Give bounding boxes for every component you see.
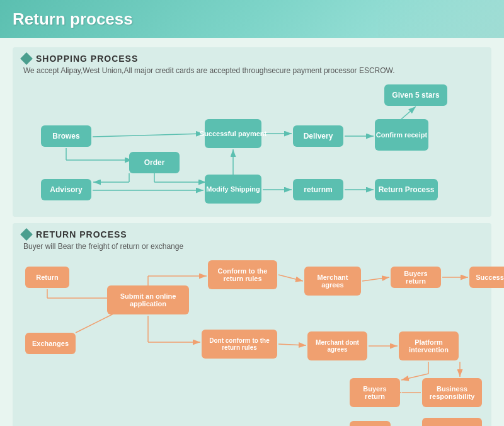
return-section-header: RETURN PROCESS [22, 229, 482, 239]
return-diagram: Return Submit an online application Exch… [22, 257, 482, 426]
diamond-icon-return [20, 228, 33, 241]
box-merchant-dont: Merchant dont agrees [307, 331, 367, 360]
box-business-responsibility: Business responsibility [422, 378, 482, 407]
box-buyers-responsibility: Buyers responsibility [422, 418, 482, 426]
svg-line-1 [93, 134, 203, 137]
return-section-title: RETURN PROCESS [36, 229, 127, 239]
svg-line-27 [278, 344, 306, 345]
box-browes: Browes [41, 125, 91, 147]
diamond-icon-shopping [20, 52, 33, 65]
box-advisory: Advisory [41, 179, 91, 200]
box-return-process: Return Process [375, 179, 438, 200]
header-banner: Return process [0, 0, 504, 38]
shopping-diagram: Browes Order Advisory Successful payment… [22, 81, 482, 207]
box-exchanges: Exchanges [25, 333, 76, 354]
box-conform-rules: Conform to the return rules [208, 260, 277, 289]
box-order: Order [129, 152, 180, 173]
box-failure: Failure [350, 421, 391, 426]
svg-line-12 [401, 106, 416, 119]
box-given-5-stars: Given 5 stars [384, 84, 447, 106]
box-buyers-return: Buyers return [391, 267, 441, 288]
box-return: Return [25, 267, 69, 288]
box-platform-intervention: Platform intervention [399, 331, 459, 360]
box-dont-conform: Dont conform to the return rules [202, 330, 277, 359]
box-success: Success [469, 267, 504, 288]
box-successful-payment: Successful payment [205, 119, 261, 148]
box-modify-shipping: Modify Shipping [205, 175, 261, 204]
box-merchant-agrees: Merchant agrees [304, 267, 361, 296]
page-title: Return process [13, 9, 133, 29]
box-submit-online: Submit an online application [107, 285, 189, 314]
box-confirm-receipt: Confirm receipt [375, 119, 428, 151]
box-buyers-return2: Buyers return [350, 378, 400, 407]
return-section: RETURN PROCESS Buyer will Bear the freig… [13, 223, 491, 426]
shopping-section-header: SHOPPING PROCESS [22, 54, 482, 64]
return-section-desc: Buyer will Bear the freight of return or… [23, 242, 482, 251]
svg-line-24 [278, 275, 303, 281]
shopping-section-desc: We accept Alipay,West Union,All major cr… [23, 66, 482, 75]
svg-line-25 [362, 277, 389, 281]
shopping-section-title: SHOPPING PROCESS [36, 54, 138, 64]
shopping-section: SHOPPING PROCESS We accept Alipay,West U… [13, 47, 491, 217]
main-content: SHOPPING PROCESS We accept Alipay,West U… [0, 38, 504, 426]
box-returnm: returnm [293, 179, 343, 200]
box-delivery: Delivery [293, 125, 343, 147]
